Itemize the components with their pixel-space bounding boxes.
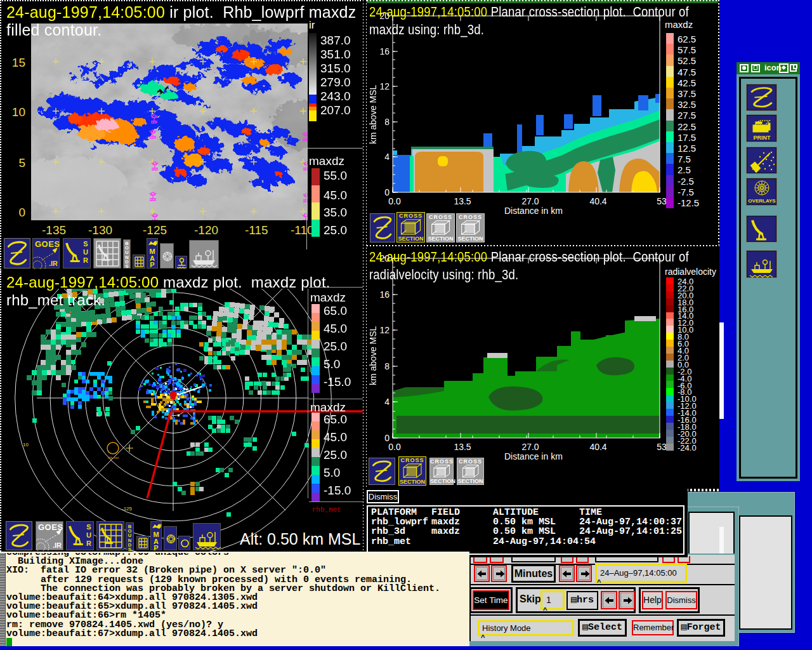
svg-text:PRINT: PRINT	[754, 135, 771, 141]
svg-text:OVERLAYS: OVERLAYS	[748, 198, 776, 204]
svg-text:rhb-met: rhb-met	[108, 456, 119, 460]
svg-text:-125: -125	[122, 506, 133, 512]
svg-text:10: 10	[23, 442, 29, 448]
